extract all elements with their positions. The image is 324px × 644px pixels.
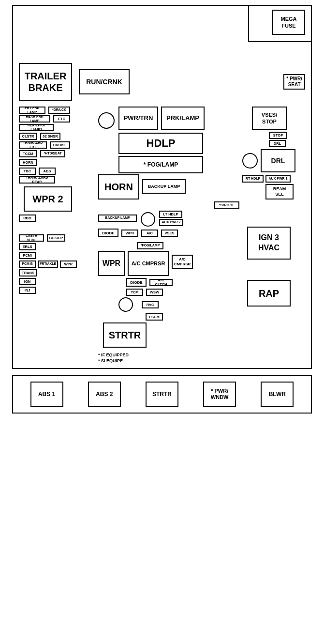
circle-1 [98, 112, 115, 129]
backup-lamp2-box: BACKUP LAMP [98, 215, 137, 222]
ign3-hvac-box: IGN 3 HVAC [247, 227, 291, 260]
abs2-bottom-box: ABS 2 [88, 382, 121, 407]
prk-lamp-box: PRK/LAMP [161, 107, 205, 130]
note2: * SI EQUIPE [98, 358, 239, 363]
abs1-bottom-box: ABS 1 [30, 382, 63, 407]
pwr-seat-box: * PWR/ SEAT [283, 74, 305, 90]
vses-small-box: VSES [161, 230, 178, 237]
wsw-box: WSW [146, 289, 163, 296]
center-column: PWR/TRN PRK/LAMP HDLP [98, 107, 239, 363]
stop-box: STOP [269, 132, 287, 139]
strtr-large-box: STRTR [103, 322, 147, 348]
inj-box: INJ [19, 287, 36, 294]
pwr-wndw-bottom-box: * PWR/WNDW [203, 382, 236, 407]
trn-hazrd-frt-box: TRN/HAZRD FRT [19, 141, 47, 149]
cruise-box: CRUISE [50, 141, 70, 149]
htd-seat-box: *HTD/SEAT [40, 150, 65, 157]
ac-cltch-box: A/C CLTCH [149, 279, 173, 286]
wpr-tiny-box: WPR [60, 261, 77, 268]
bck-up-box: BCK/UP [47, 234, 65, 242]
fog-lamp-box: * FOG/LAMP [118, 156, 203, 173]
note1: * IF EQUIPPED [98, 353, 239, 357]
wpr-large-box: WPR [98, 251, 125, 276]
right-column: VSES/ STOP STOP DRL DRL [242, 107, 305, 363]
dr-lck-box: *DR/LCK [48, 107, 70, 114]
tbc-box: TBC [19, 168, 36, 175]
circle-2 [141, 212, 155, 227]
diode1-box: DIODE [98, 229, 118, 237]
fog-lamp2-box: *FOG/LAMP [137, 242, 163, 249]
horn-small-box: HORN [19, 159, 37, 166]
drl-small-box: DRL [269, 140, 286, 147]
bottom-fuse-section: ABS 1 ABS 2 STRTR * PWR/WNDW BLWR [12, 375, 312, 414]
mega-fuse-box: MEGA FUSE [272, 10, 305, 35]
ign-box: IGN [19, 278, 36, 285]
main-panel: TRAILER BRAKE RUN/CRNK * PWR/ SEAT FRT P… [12, 58, 312, 369]
rear-prk-lamp2-box: REAR PRK LAMP2 [19, 124, 54, 131]
s-roof-box: *S/ROOF [214, 201, 239, 209]
diode2-box: DIODE [126, 278, 147, 287]
clstr-box: CLSTR [19, 133, 37, 140]
blwr-bottom-box: BLWR [261, 382, 294, 407]
trailer-brake-box: TRAILER BRAKE [19, 63, 72, 101]
ac-cmprsr-large-box: A/C CMPRSR [128, 251, 169, 276]
pcm-b-box: PCM B [19, 261, 36, 268]
run-crnk-box: RUN/CRNK [79, 69, 130, 94]
hdlp-box: HDLP [118, 133, 203, 154]
ac-cmprsr-small-box: A/C CMPRSR [172, 255, 193, 269]
circle-4 [242, 153, 258, 169]
beam-sel-box: BEAM SEL [265, 184, 294, 199]
trn-hazard-rear-box: TRN/HAZARD REAR [19, 176, 55, 184]
abs-box: ABS [39, 168, 56, 175]
rvc-box: RVC [142, 301, 159, 308]
vses-stop-box: VSES/ STOP [252, 107, 287, 130]
main-grid: FRT PRK LAMP *DR/LCK REAR PRK LAMP ETC R… [19, 107, 305, 363]
tcm-box: TCM [126, 289, 143, 296]
aux-pwr1-box: AUX PWR 1 [265, 175, 291, 183]
rap-box: RAP [247, 280, 291, 307]
drl-large-box: DRL [261, 149, 295, 172]
lt-hdlp-box: LT HDLP [159, 211, 182, 218]
rdo-box: RDO [19, 215, 36, 222]
trans-box: TRANS [19, 269, 37, 276]
ac-small-box: A/C [141, 230, 158, 237]
rt-hdlp-box: RT HDLP [242, 175, 264, 183]
erls-box: ERLS [19, 243, 36, 250]
frt-axle-box: FRT/AXLE [38, 261, 58, 268]
horn-large-box: HORN [98, 174, 139, 199]
fuse-diagram-page: MEGA FUSE TRAILER BRAKE RUN/CRNK * PWR/ … [12, 5, 312, 639]
etc-box: ETC [53, 115, 70, 123]
cnstr-vent-box: CNSTR VENT [19, 234, 44, 242]
wpr2-box: WPR 2 [24, 186, 72, 212]
backup-lamp1-box: BACKUP LAMP [142, 179, 186, 194]
circle-3 [118, 297, 133, 312]
tccm-box: TCCM [19, 150, 37, 157]
o2-snsr-box: 02 SNSR [40, 133, 60, 140]
rear-prk-lamp-box: REAR PRK LAMP [19, 115, 50, 123]
pcmi-box: PCMI [19, 252, 36, 259]
wpr-small-box: WPR [121, 230, 138, 237]
pwr-trn-box: PWR/TRN [118, 107, 158, 130]
notes-area: * IF EQUIPPED * SI EQUIPE [98, 353, 239, 363]
left-column: FRT PRK LAMP *DR/LCK REAR PRK LAMP ETC R… [19, 107, 95, 363]
frt-prk-lamp-box: FRT PRK LAMP [19, 107, 45, 114]
fscm-box: FSCM [146, 313, 163, 321]
aux-pwr2-box: AUX PWR 2 [159, 219, 183, 226]
strtr-bottom-box: STRTR [146, 382, 178, 407]
